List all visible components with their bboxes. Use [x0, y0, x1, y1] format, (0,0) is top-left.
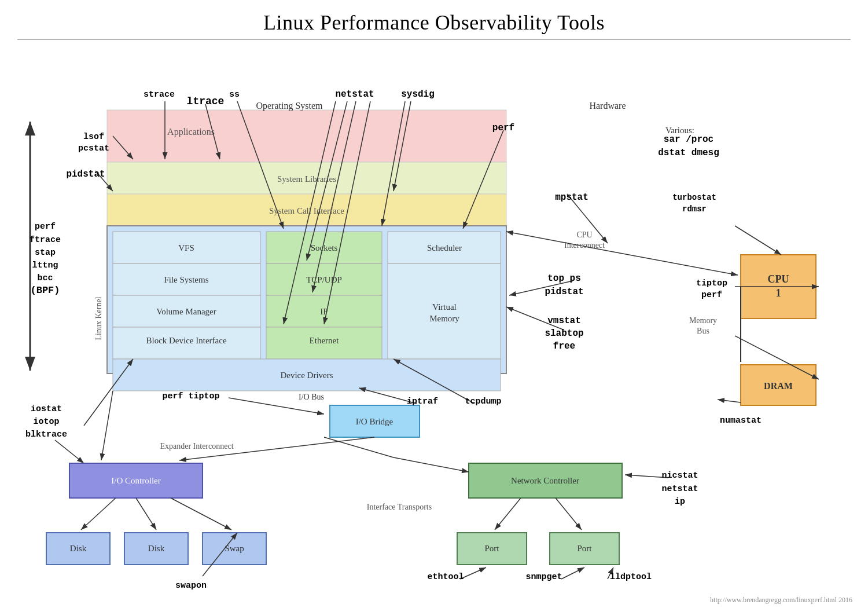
linux-kernel-label: Linux Kernel — [94, 296, 103, 340]
syslibs-label: System Libraries — [277, 174, 336, 184]
volmgr-label: Volume Manager — [156, 307, 216, 316]
port1-label: Port — [484, 544, 499, 553]
ip-tool-label: ip — [675, 497, 685, 507]
cpu-label: CPU — [768, 273, 789, 285]
various-label: Various: — [665, 126, 694, 135]
strace-label: strace — [144, 90, 175, 100]
cpu-interconnect-label2: Interconnect — [564, 241, 605, 250]
bcc-label: bcc — [37, 273, 53, 283]
interface-transports-label: Interface Transports — [367, 503, 432, 511]
io-bridge-label: I/O Bridge — [356, 417, 393, 426]
svg-line-48 — [55, 440, 84, 463]
blktrace-label: blktrace — [25, 430, 67, 439]
applications-label: Applications — [167, 127, 215, 137]
tcpdump-label: tcpdump — [465, 397, 501, 406]
sarpoc-label: sar /proc — [664, 134, 713, 145]
cpu-interconnect-label: CPU — [576, 230, 592, 239]
topps-label: top ps — [547, 273, 581, 284]
svg-line-45 — [171, 498, 231, 530]
netstat2-label: netstat — [661, 484, 698, 494]
disk2-label: Disk — [148, 544, 165, 553]
perf-top-label: perf — [492, 123, 514, 133]
swap-label: Swap — [225, 544, 244, 553]
virmem-label2: Memory — [429, 314, 459, 323]
ltrace-label: ltrace — [187, 96, 225, 107]
tiptop-label: tiptop — [696, 279, 727, 288]
iostat-label: iostat — [31, 404, 62, 414]
free-label: free — [553, 341, 575, 351]
sockets-label: Sockets — [311, 243, 338, 252]
url-label: http://www.brendangregg.com/linuxperf.ht… — [710, 596, 852, 604]
tcpudp-label: TCP/UDP — [306, 275, 342, 284]
page-title: Linux Performance Observability Tools — [0, 0, 868, 39]
svg-line-65 — [561, 567, 584, 579]
ftrace-label: ftrace — [30, 235, 61, 245]
io-controller-label: I/O Controller — [111, 476, 160, 485]
ethernet-label: Ethernet — [310, 336, 340, 345]
syscall-label: System Call Interface — [269, 206, 344, 215]
os-section-label: Operating System — [256, 101, 323, 111]
svg-line-49 — [324, 437, 393, 457]
cpu-num-label: 1 — [776, 287, 781, 299]
dram-label: DRAM — [764, 381, 793, 391]
swapon-label: swapon — [175, 581, 207, 591]
netstat-label: netstat — [335, 89, 374, 100]
net-ctrl-label: Network Controller — [511, 476, 579, 485]
title-divider — [17, 39, 851, 40]
lldptool-label: lldptool — [610, 572, 652, 582]
vmstat-label: vmstat — [547, 316, 581, 326]
perf-tiptop-label: perf tiptop — [162, 391, 219, 401]
svg-line-51 — [495, 498, 521, 530]
svg-line-59 — [718, 400, 741, 402]
lsof-label: lsof — [83, 132, 104, 142]
iotop-label: iotop — [33, 417, 59, 427]
ethtool-label: ethtool — [427, 572, 464, 582]
memory-bus-label2: Bus — [697, 327, 709, 335]
iptraf-label: iptraf — [407, 397, 438, 406]
blkdev-label: Block Device Interface — [146, 336, 226, 345]
stap-label: stap — [35, 248, 56, 258]
virmem-label: Virtual — [432, 302, 457, 312]
perf-hw-label: perf — [701, 290, 722, 300]
mpstat-label: mpstat — [555, 192, 589, 203]
svg-line-47 — [101, 391, 113, 460]
svg-line-64 — [460, 567, 486, 579]
nicstat-label: nicstat — [661, 471, 698, 481]
numastat-label: numastat — [720, 416, 762, 426]
svg-line-43 — [81, 498, 116, 530]
lttng-label: lttng — [32, 261, 58, 270]
port2-label: Port — [577, 544, 592, 553]
pidstat-label: pidstat — [66, 169, 105, 180]
sysdig-label: sysdig — [401, 89, 435, 100]
diagram-svg: Operating System Hardware Various: Appli… — [0, 46, 868, 608]
bpf-label: (BPF) — [30, 285, 60, 296]
svg-line-56 — [613, 252, 738, 275]
ss-label: ss — [229, 90, 240, 100]
rdmsr-label: rdmsr — [682, 204, 707, 214]
svg-line-60 — [735, 226, 781, 255]
hw-section-label: Hardware — [589, 101, 626, 111]
devdrv-label: Device Drivers — [280, 371, 333, 380]
pidstat2-label: pidstat — [545, 287, 583, 297]
perf-label: perf — [35, 222, 56, 232]
snmpget-label: snmpget — [525, 572, 562, 582]
scheduler-label: Scheduler — [427, 243, 462, 252]
pcstat-label: pcstat — [78, 144, 109, 153]
disk1-label: Disk — [70, 544, 87, 553]
diagram-area: Operating System Hardware Various: Appli… — [0, 46, 868, 608]
expander-label: Expander Interconnect — [160, 442, 233, 450]
vfs-label: VFS — [178, 243, 194, 252]
memory-bus-label: Memory — [689, 316, 717, 325]
svg-line-44 — [136, 498, 156, 530]
ip-label: IP — [320, 307, 328, 316]
svg-line-52 — [556, 498, 582, 530]
svg-line-50 — [393, 457, 469, 472]
filesys-label: File Systems — [164, 275, 208, 284]
turbostat-label: turbostat — [672, 193, 716, 202]
slabtop-label: slabtop — [545, 328, 583, 339]
io-bus-label: I/O Bus — [299, 393, 324, 401]
dstatdmesg-label: dstat dmesg — [658, 148, 719, 158]
